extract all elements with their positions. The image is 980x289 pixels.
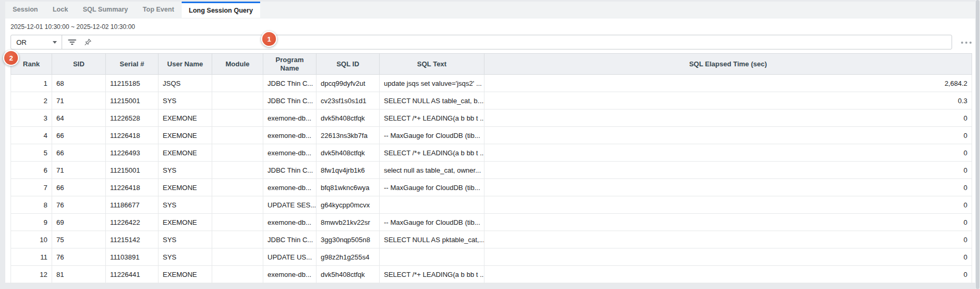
cell-module bbox=[212, 75, 263, 92]
column-header-sql-id[interactable]: SQL ID bbox=[316, 54, 380, 75]
table-row[interactable]: 117611103891SYSUPDATE US...g98z2h1g255s4… bbox=[11, 248, 972, 266]
cell-program-name: JDBC Thin C... bbox=[263, 92, 316, 109]
tab-top-event[interactable]: Top Event bbox=[135, 2, 182, 18]
cell-sql-elapsed: 0 bbox=[484, 144, 972, 162]
cell-sql-id[interactable]: bfq81wknc6wya bbox=[316, 179, 380, 196]
column-header-user-name[interactable]: User Name bbox=[159, 54, 212, 75]
cell-user-name: EXEMONE bbox=[159, 179, 212, 196]
table-row[interactable]: 27111215001SYSJDBC Thin C...cv23sf1s0s1d… bbox=[11, 92, 972, 109]
cell-sid[interactable]: 76 bbox=[52, 196, 106, 214]
cell-rank: 2 bbox=[11, 92, 52, 109]
vertical-scrollbar[interactable] bbox=[975, 0, 980, 289]
cell-program-name: UPDATE US... bbox=[263, 248, 316, 266]
cell-sql-text[interactable]: SELECT /*+ LEADING(a b bb t ... bbox=[380, 144, 484, 162]
cell-user-name: SYS bbox=[159, 162, 212, 179]
cell-rank: 6 bbox=[11, 162, 52, 179]
long-session-query-table: RankSIDSerial #User NameModuleProgram Na… bbox=[11, 53, 972, 283]
annotation-badge-1: 1 bbox=[261, 31, 277, 47]
cell-program-name: UPDATE SES... bbox=[263, 196, 316, 214]
cell-rank: 12 bbox=[11, 266, 52, 283]
cell-sql-text[interactable]: -- MaxGauge for CloudDB (tib... bbox=[380, 214, 484, 231]
cell-sql-id[interactable]: 8fw1qv4jrb1k6 bbox=[316, 162, 380, 179]
cell-sid[interactable]: 76 bbox=[52, 248, 106, 266]
cell-program-name: exemone-db... bbox=[263, 109, 316, 127]
tab-long-session-query[interactable]: Long Session Query bbox=[182, 2, 261, 18]
cell-sql-text[interactable]: SELECT NULL AS table_cat, b.... bbox=[380, 92, 484, 109]
table-row[interactable]: 46611226418EXEMONEexemone-db...22613ns3k… bbox=[11, 127, 972, 144]
cell-sid[interactable]: 71 bbox=[52, 162, 106, 179]
cell-module bbox=[212, 248, 263, 266]
cell-sql-text bbox=[380, 248, 484, 266]
cell-sql-id[interactable]: 22613ns3kb7fa bbox=[316, 127, 380, 144]
column-header-sql-elapsed-time-sec[interactable]: SQL Elapsed Time (sec) bbox=[484, 54, 972, 75]
cell-user-name: SYS bbox=[159, 231, 212, 248]
tab-session[interactable]: Session bbox=[5, 2, 45, 18]
cell-sql-elapsed: 0 bbox=[484, 248, 972, 266]
cell-module bbox=[212, 127, 263, 144]
cell-sql-text[interactable]: select null as table_cat, owner... bbox=[380, 162, 484, 179]
table-row[interactable]: 67111215001SYSJDBC Thin C...8fw1qv4jrb1k… bbox=[11, 162, 972, 179]
cell-sql-text[interactable]: SELECT NULL AS pktable_cat,... bbox=[380, 231, 484, 248]
table-row[interactable]: 56611226493EXEMONEexemone-db...dvk5h408c… bbox=[11, 144, 972, 162]
cell-sql-id[interactable]: g98z2h1g255s4 bbox=[316, 248, 380, 266]
cell-sid[interactable]: 75 bbox=[52, 231, 106, 248]
cell-sql-elapsed: 2,684.2 bbox=[484, 75, 972, 92]
cell-serial: 11215001 bbox=[106, 92, 159, 109]
filter-operator-select[interactable]: OR bbox=[11, 35, 62, 49]
cell-sql-text[interactable]: SELECT /*+ LEADING(a b bb t ... bbox=[380, 266, 484, 283]
cell-sid[interactable]: 81 bbox=[52, 266, 106, 283]
annotation-badge-2: 2 bbox=[3, 50, 19, 66]
cell-program-name: JDBC Thin C... bbox=[263, 231, 316, 248]
filter-input[interactable] bbox=[92, 35, 952, 49]
cell-sql-id[interactable]: cv23sf1s0s1d1 bbox=[316, 92, 380, 109]
table-row[interactable]: 128111226441EXEMONEexemone-db...dvk5h408… bbox=[11, 266, 972, 283]
table-row[interactable]: 76611226418EXEMONEexemone-db...bfq81wknc… bbox=[11, 179, 972, 196]
cell-sid[interactable]: 64 bbox=[52, 109, 106, 127]
cell-user-name: SYS bbox=[159, 248, 212, 266]
table-row[interactable]: 107511215142SYSJDBC Thin C...3gg30nqp505… bbox=[11, 231, 972, 248]
more-options-button[interactable] bbox=[958, 39, 974, 46]
cell-sql-id[interactable]: dvk5h408ctfqk bbox=[316, 144, 380, 162]
cell-sql-text[interactable]: update jsqs set valuve='jsqs2' ... bbox=[380, 75, 484, 92]
column-header-sql-text[interactable]: SQL Text bbox=[380, 54, 484, 75]
cell-sql-elapsed: 0.3 bbox=[484, 92, 972, 109]
cell-sid[interactable]: 66 bbox=[52, 144, 106, 162]
cell-rank: 3 bbox=[11, 109, 52, 127]
cell-sql-text[interactable]: -- MaxGauge for CloudDB (tib... bbox=[380, 127, 484, 144]
cell-sql-text[interactable]: -- MaxGauge for CloudDB (tib... bbox=[380, 179, 484, 196]
column-header-sid[interactable]: SID bbox=[52, 54, 106, 75]
tab-bar: Session Lock SQL Summary Top Event Long … bbox=[5, 2, 975, 18]
cell-module bbox=[212, 231, 263, 248]
cell-rank: 1 bbox=[11, 75, 52, 92]
tab-lock[interactable]: Lock bbox=[45, 2, 75, 18]
cell-program-name: exemone-db... bbox=[263, 144, 316, 162]
column-header-serial[interactable]: Serial # bbox=[106, 54, 159, 75]
filter-list-icon[interactable] bbox=[68, 39, 76, 45]
long-session-query-panel: Session Lock SQL Summary Top Event Long … bbox=[5, 2, 975, 283]
cell-sid[interactable]: 68 bbox=[52, 75, 106, 92]
cell-sql-text[interactable]: SELECT /*+ LEADING(a b bb t ... bbox=[380, 109, 484, 127]
table-row[interactable]: 16811215185JSQSJDBC Thin C...dpcq99dyfv2… bbox=[11, 75, 972, 92]
cell-module bbox=[212, 162, 263, 179]
cell-sid[interactable]: 71 bbox=[52, 92, 106, 109]
cell-rank: 7 bbox=[11, 179, 52, 196]
scrollbar-thumb[interactable] bbox=[976, 0, 979, 289]
cell-sql-id[interactable]: dvk5h408ctfqk bbox=[316, 109, 380, 127]
push-pin-icon[interactable] bbox=[84, 38, 92, 46]
cell-sql-id[interactable]: 8mwvb21kv22sr bbox=[316, 214, 380, 231]
tab-sql-summary[interactable]: SQL Summary bbox=[75, 2, 135, 18]
cell-sid[interactable]: 69 bbox=[52, 214, 106, 231]
table-row[interactable]: 87611186677SYSUPDATE SES...g64kycpp0mcvx… bbox=[11, 196, 972, 214]
cell-sid[interactable]: 66 bbox=[52, 179, 106, 196]
cell-rank: 8 bbox=[11, 196, 52, 214]
cell-sql-id[interactable]: dpcq99dyfv2ut bbox=[316, 75, 380, 92]
cell-sql-id[interactable]: g64kycpp0mcvx bbox=[316, 196, 380, 214]
column-header-module[interactable]: Module bbox=[212, 54, 263, 75]
cell-sql-id[interactable]: dvk5h408ctfqk bbox=[316, 266, 380, 283]
table-row[interactable]: 36411226528EXEMONEexemone-db...dvk5h408c… bbox=[11, 109, 972, 127]
table-row[interactable]: 96911226422EXEMONEexemone-db...8mwvb21kv… bbox=[11, 214, 972, 231]
cell-sql-id[interactable]: 3gg30nqp505n8 bbox=[316, 231, 380, 248]
column-header-program-name[interactable]: Program Name bbox=[263, 54, 316, 75]
cell-program-name: JDBC Thin C... bbox=[263, 162, 316, 179]
cell-sid[interactable]: 66 bbox=[52, 127, 106, 144]
